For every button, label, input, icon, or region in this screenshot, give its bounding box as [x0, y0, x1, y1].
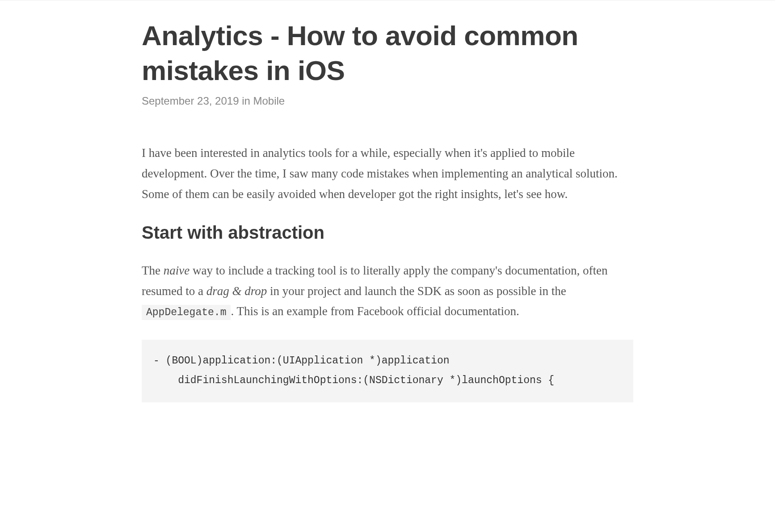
- article-category-link[interactable]: Mobile: [253, 95, 285, 107]
- section-heading-abstraction: Start with abstraction: [142, 223, 633, 243]
- article-date: September 23, 2019: [142, 95, 239, 107]
- article-title: Analytics - How to avoid common mistakes…: [142, 18, 633, 88]
- article-meta: September 23, 2019 in Mobile: [142, 95, 633, 107]
- para2-emphasis-dragdrop: drag & drop: [206, 284, 267, 298]
- para2-text-4: . This is an example from Facebook offic…: [231, 304, 519, 318]
- code-block-objc: - (BOOL)application:(UIApplication *)app…: [142, 340, 633, 402]
- intro-paragraph: I have been interested in analytics tool…: [142, 143, 633, 205]
- para2-emphasis-naive: naive: [164, 264, 190, 277]
- para2-text-1: The: [142, 264, 164, 277]
- para2-text-3: in your project and launch the SDK as so…: [267, 284, 566, 298]
- abstraction-paragraph: The naive way to include a tracking tool…: [142, 261, 633, 322]
- article-container: Analytics - How to avoid common mistakes…: [133, 0, 642, 402]
- meta-separator: in: [239, 95, 253, 107]
- inline-code-appdelegate: AppDelegate.m: [142, 305, 231, 320]
